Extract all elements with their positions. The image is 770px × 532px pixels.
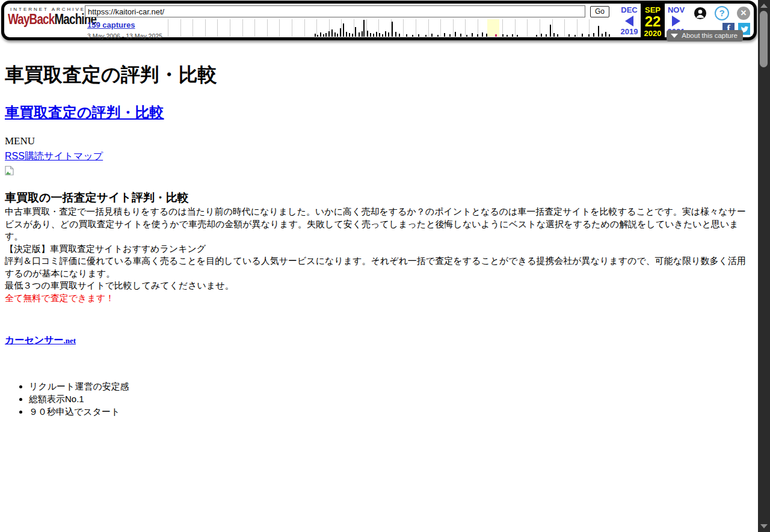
capture-bar[interactable] bbox=[385, 31, 386, 37]
capture-bar[interactable] bbox=[376, 32, 377, 37]
scrollbar-thumb[interactable] bbox=[760, 11, 768, 67]
capture-bar[interactable] bbox=[362, 31, 363, 37]
prev-year-label[interactable]: 2019 bbox=[621, 27, 638, 36]
chevron-down-icon bbox=[671, 34, 678, 38]
capture-bar[interactable] bbox=[399, 34, 400, 37]
capture-bar[interactable] bbox=[331, 29, 333, 37]
capture-timeline[interactable] bbox=[168, 19, 596, 37]
capture-bar[interactable] bbox=[574, 35, 576, 37]
capture-bar[interactable] bbox=[334, 32, 336, 37]
captures-info: 159 captures 3 May 2006 - 13 May 2025 bbox=[87, 19, 167, 40]
archived-page-content: 車買取査定の評判・比較 車買取査定の評判・比較 MENU RSS購読サイトマップ… bbox=[5, 62, 752, 418]
wordmark-wayback: WayBack bbox=[8, 11, 54, 27]
capture-bar[interactable] bbox=[406, 34, 407, 37]
capture-bar[interactable] bbox=[477, 34, 478, 37]
capture-bar[interactable] bbox=[328, 31, 330, 37]
current-capture-tick bbox=[495, 34, 497, 37]
capture-bar[interactable] bbox=[352, 34, 353, 37]
capture-bar[interactable] bbox=[370, 33, 371, 37]
capture-bar[interactable] bbox=[472, 33, 473, 37]
scroll-down-arrow-icon[interactable] bbox=[760, 524, 768, 528]
site-title-link[interactable]: 車買取査定の評判・比較 bbox=[5, 104, 164, 120]
capture-bar[interactable] bbox=[502, 34, 504, 37]
prev-capture-arrow-icon[interactable] bbox=[625, 16, 633, 26]
capture-bar[interactable] bbox=[568, 34, 570, 37]
capture-bar[interactable] bbox=[482, 32, 483, 37]
capture-bar[interactable] bbox=[379, 33, 380, 37]
capture-bar[interactable] bbox=[553, 33, 555, 37]
next-capture-arrow-icon[interactable] bbox=[672, 16, 680, 26]
capture-bar[interactable] bbox=[388, 32, 389, 37]
page-title: 車買取査定の評判・比較 bbox=[5, 62, 752, 88]
capture-bar[interactable] bbox=[466, 35, 467, 37]
next-month-label[interactable]: NOV bbox=[668, 5, 685, 14]
site-title-heading: 車買取査定の評判・比較 bbox=[5, 103, 752, 122]
capture-bar[interactable] bbox=[418, 34, 419, 37]
wayback-toolbar: INTERNET ARCHIVE WayBackMachine Go 159 c… bbox=[1, 1, 757, 40]
capture-bar[interactable] bbox=[588, 34, 590, 37]
capture-bar[interactable] bbox=[512, 34, 513, 37]
go-button[interactable]: Go bbox=[590, 6, 609, 17]
list-item: 総額表示No.1 bbox=[29, 393, 752, 405]
capture-bar[interactable] bbox=[550, 25, 551, 37]
capture-bar[interactable] bbox=[455, 32, 456, 37]
capture-bar[interactable] bbox=[609, 34, 610, 37]
help-icon[interactable]: ? bbox=[715, 6, 729, 20]
capture-bar[interactable] bbox=[317, 35, 318, 37]
rss-line: RSS購読サイトマップ bbox=[5, 150, 752, 163]
capture-bar[interactable] bbox=[359, 32, 360, 37]
capture-bar[interactable] bbox=[367, 31, 368, 37]
capture-bar[interactable] bbox=[460, 34, 461, 37]
user-account-icon[interactable] bbox=[694, 7, 707, 20]
capture-bar[interactable] bbox=[343, 23, 344, 37]
capture-bar[interactable] bbox=[325, 33, 327, 37]
capture-bar[interactable] bbox=[449, 34, 451, 37]
capture-bar[interactable] bbox=[444, 33, 445, 37]
capture-bar[interactable] bbox=[320, 32, 321, 37]
capture-bar[interactable] bbox=[517, 35, 518, 37]
current-capture-highlight[interactable] bbox=[487, 19, 499, 37]
capture-bar[interactable] bbox=[412, 35, 413, 37]
capture-bar[interactable] bbox=[337, 34, 338, 37]
capture-bar[interactable] bbox=[392, 22, 393, 37]
capture-bar[interactable] bbox=[598, 26, 599, 37]
capture-bar[interactable] bbox=[373, 34, 374, 37]
carsensor-link[interactable]: カーセンサー.net bbox=[5, 335, 76, 345]
capture-bar[interactable] bbox=[437, 35, 439, 37]
capture-bar[interactable] bbox=[382, 34, 383, 37]
capture-bar[interactable] bbox=[605, 32, 606, 37]
wayback-wordmark: WayBackMachine bbox=[8, 12, 69, 26]
capture-bar[interactable] bbox=[425, 35, 427, 37]
page-scrollbar[interactable] bbox=[758, 0, 770, 532]
capture-bar[interactable] bbox=[593, 33, 594, 37]
capture-bar[interactable] bbox=[315, 34, 316, 37]
scroll-up-arrow-icon[interactable] bbox=[760, 4, 768, 8]
current-year-label: 2020 bbox=[644, 29, 662, 38]
capture-bar[interactable] bbox=[486, 34, 487, 37]
carsensor-link-jp: カーセンサー bbox=[5, 335, 64, 345]
rss-sitemap-link[interactable]: RSS購読サイトマップ bbox=[5, 151, 103, 161]
archive-url-input[interactable] bbox=[85, 5, 585, 17]
capture-bar[interactable] bbox=[346, 32, 347, 37]
wayback-logo[interactable]: INTERNET ARCHIVE WayBackMachine bbox=[8, 4, 82, 37]
capture-bar[interactable] bbox=[546, 34, 547, 37]
capture-bar[interactable] bbox=[602, 34, 603, 37]
capture-bar[interactable] bbox=[363, 20, 365, 37]
capture-bar[interactable] bbox=[349, 33, 350, 37]
section-heading: 車買取の一括査定サイト評判・比較 bbox=[5, 190, 752, 206]
prev-month-label[interactable]: DEC bbox=[621, 5, 637, 14]
capture-bar[interactable] bbox=[557, 34, 558, 37]
captures-count-link[interactable]: 159 captures bbox=[87, 20, 135, 29]
capture-bar[interactable] bbox=[355, 27, 356, 37]
capture-bar[interactable] bbox=[582, 34, 583, 37]
about-this-capture-button[interactable]: About this capture bbox=[667, 30, 743, 41]
capture-bar[interactable] bbox=[340, 28, 341, 37]
capture-bar[interactable] bbox=[507, 35, 508, 37]
capture-bar[interactable] bbox=[541, 34, 542, 37]
capture-bar[interactable] bbox=[431, 34, 433, 37]
close-toolbar-icon[interactable]: ✕ bbox=[737, 7, 750, 20]
capture-bar[interactable] bbox=[536, 35, 537, 37]
capture-bar[interactable] bbox=[323, 34, 324, 37]
capture-bar[interactable] bbox=[395, 32, 396, 37]
minimum-sites-text: 最低３つの車買取サイトで比較してみてくださいませ。 bbox=[5, 280, 752, 292]
